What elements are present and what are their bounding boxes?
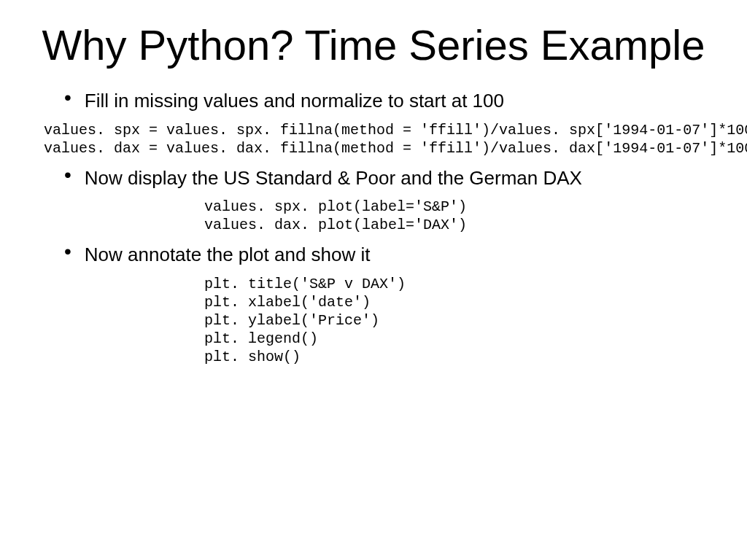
bullet-item: • Fill in missing values and normalize t…	[64, 89, 718, 114]
code-fillna: values. spx = values. spx. fillna(method…	[44, 121, 718, 158]
bullet-item: • Now display the US Standard & Poor and…	[64, 166, 718, 191]
code-plot: values. spx. plot(label='S&P') values. d…	[204, 198, 718, 234]
code-annotate: plt. title('S&P v DAX') plt. xlabel('dat…	[204, 275, 718, 366]
bullet-icon: •	[64, 88, 71, 108]
bullet-icon: •	[64, 241, 71, 262]
bullet-icon: •	[64, 165, 71, 185]
bullet-text: Now annotate the plot and show it	[85, 243, 371, 268]
bullet-text: Now display the US Standard & Poor and t…	[85, 166, 582, 191]
slide-title: Why Python? Time Series Example	[29, 22, 718, 69]
bullet-item: • Now annotate the plot and show it	[64, 243, 718, 268]
bullet-text: Fill in missing values and normalize to …	[85, 89, 504, 114]
